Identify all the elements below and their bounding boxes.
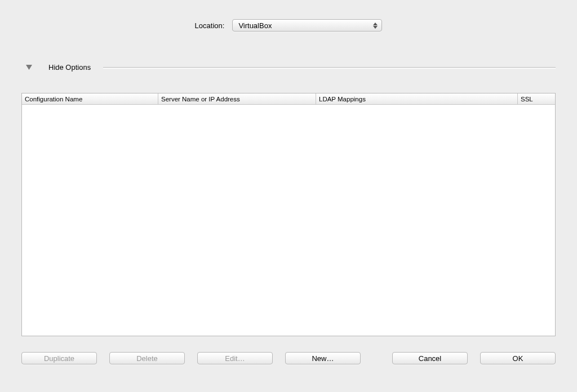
svg-marker-1	[373, 26, 378, 29]
location-row: Location: VirtualBox	[0, 0, 577, 32]
column-header-ldap-mappings[interactable]: LDAP Mappings	[316, 93, 518, 104]
table-header: Configuration Name Server Name or IP Add…	[22, 93, 555, 105]
disclosure-label: Hide Options	[48, 63, 91, 72]
configurations-table[interactable]: Configuration Name Server Name or IP Add…	[21, 93, 556, 336]
new-button[interactable]: New…	[285, 352, 361, 364]
duplicate-button[interactable]: Duplicate	[21, 352, 97, 364]
disclosure-row: Hide Options	[0, 63, 577, 72]
dialog-window: Location: VirtualBox Hide Options Config…	[0, 0, 577, 392]
location-select[interactable]: VirtualBox	[232, 19, 382, 32]
delete-button[interactable]: Delete	[109, 352, 185, 364]
column-header-configuration-name[interactable]: Configuration Name	[22, 93, 158, 104]
separator	[103, 67, 556, 69]
disclosure-triangle-icon[interactable]	[25, 64, 33, 72]
location-label: Location:	[195, 21, 225, 30]
column-header-server-name[interactable]: Server Name or IP Address	[158, 93, 316, 104]
cancel-button[interactable]: Cancel	[392, 352, 468, 364]
ok-button[interactable]: OK	[480, 352, 556, 364]
updown-arrows-icon	[372, 21, 378, 29]
button-row: Duplicate Delete Edit… New… Cancel OK	[21, 352, 556, 364]
svg-marker-0	[373, 23, 378, 25]
edit-button[interactable]: Edit…	[197, 352, 273, 364]
table-body	[22, 105, 555, 336]
svg-marker-2	[26, 65, 32, 70]
location-select-value: VirtualBox	[238, 21, 272, 30]
column-header-ssl[interactable]: SSL	[518, 93, 555, 104]
